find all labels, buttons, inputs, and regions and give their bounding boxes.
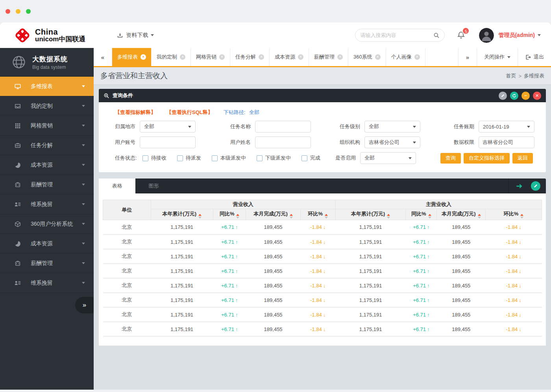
sort-icon[interactable] [520,214,523,219]
checkbox-icon[interactable] [177,155,183,161]
value-cell: 189,455 [437,307,486,322]
tabs-scroll-left-button[interactable]: « [94,48,112,66]
pin-view-button[interactable] [531,181,540,191]
sort-icon[interactable] [428,214,431,219]
column-header[interactable]: 本月完成(万元) [437,209,486,220]
sidebar-item[interactable]: 薪酬管理 [0,254,94,273]
window-close-button[interactable] [6,9,10,14]
column-header[interactable]: 本年累计(万元) [151,209,213,220]
status-checkbox[interactable]: 待接收 [142,155,166,162]
column-header[interactable]: 同比% [213,209,246,220]
sidebar-item[interactable]: 维系挽留 [0,195,94,214]
tab-item[interactable]: 我的定制✕ [152,48,191,66]
checkbox-icon[interactable] [212,155,218,161]
sort-icon[interactable] [290,214,293,219]
user-account-input[interactable] [140,136,196,148]
sidebar-item[interactable]: 多维报表 [0,77,94,96]
query-button[interactable]: 查询 [440,153,461,164]
sidebar-item[interactable]: 成本资源 [0,234,94,254]
close-operations-menu[interactable]: 关闭操作 [477,48,518,66]
region-select[interactable]: 全部 [140,121,196,133]
cell-value: 189,455 [264,326,283,332]
collapse-panel-button[interactable]: − [521,92,530,100]
sort-icon[interactable] [325,214,328,219]
refresh-button[interactable] [510,92,518,100]
window-minimize-button[interactable] [16,9,20,14]
sort-icon[interactable] [387,214,390,219]
sidebar-item[interactable]: 薪酬管理 [0,175,94,195]
tab-item[interactable]: 成本资源✕ [270,48,309,66]
status-checkbox[interactable]: 下级派发中 [257,155,291,162]
drill-path-value[interactable]: 全部 [249,109,259,115]
sidebar-collapse-button[interactable]: » [75,297,94,313]
tab-item[interactable]: 个人画像✕ [386,48,425,66]
view-strip-tools [508,179,546,193]
tab-close-icon[interactable]: ✕ [375,54,381,60]
sidebar-item[interactable]: 360用户分析系统 [0,214,94,234]
pin-button[interactable] [499,92,507,100]
breadcrumb-home[interactable]: 首页 [506,72,516,79]
value-cell: +6.71↑ [213,264,246,278]
user-menu[interactable]: 管理员(admin) [498,32,541,39]
tab-close-icon[interactable]: ✕ [180,54,185,60]
sidebar-item[interactable]: 网格营销 [0,116,94,136]
tab-item[interactable]: 多维报表✕ [112,48,152,66]
task-level-select[interactable]: 全部 [364,121,420,133]
sort-icon[interactable] [198,214,202,219]
org-select[interactable]: 吉林省分公司 [364,136,420,148]
tab-close-icon[interactable]: ✕ [259,54,264,60]
export-arrow-icon[interactable] [516,182,531,190]
sidebar-item[interactable]: 我的定制 [0,96,94,116]
status-checkbox[interactable]: 待派发 [177,155,201,162]
tab-close-icon[interactable]: ✕ [337,54,343,60]
data-perm-input[interactable] [479,136,534,148]
status-checkbox[interactable]: 本级派发中 [212,155,246,162]
view-sql-link[interactable]: 【查看执行SQL释】 [166,109,213,116]
trend-up-icon: ↑ [235,224,238,230]
sidebar-item[interactable]: 成本资源 [0,155,94,175]
column-header[interactable]: 本月完成(万元) [246,209,300,220]
tab-item[interactable]: 网格营销✕ [191,48,230,66]
notifications-button[interactable]: 5 [457,31,466,40]
search-box[interactable] [355,29,445,42]
tab-item[interactable]: 360系统✕ [348,48,386,66]
column-header[interactable]: 同比% [406,209,437,220]
sort-icon[interactable] [478,214,481,219]
sort-icon[interactable] [236,214,239,219]
sidebar-item-label: 维系挽留 [31,201,82,208]
avatar[interactable] [479,28,494,43]
column-header[interactable]: 环比% [300,209,335,220]
search-input[interactable] [360,32,433,38]
user-name-input[interactable] [255,136,311,148]
download-menu[interactable]: 资料下载 [117,32,154,39]
tab-close-icon[interactable]: ✕ [219,54,225,60]
sidebar-item[interactable]: 任务分解 [0,136,94,155]
value-cell: +6.71↑ [406,278,437,293]
tab-item[interactable]: 薪酬管理✕ [309,48,348,66]
tab-close-icon[interactable]: ✕ [141,54,146,60]
tab-item[interactable]: 任务分解✕ [230,48,270,66]
column-header[interactable]: 环比% [486,209,542,220]
value-cell: +6.71↑ [406,264,437,278]
tab-close-icon[interactable]: ✕ [298,54,303,60]
task-name-input[interactable] [255,121,311,133]
tab-chart-view[interactable]: 图形 [135,179,172,193]
tabs-scroll-right-button[interactable]: » [458,48,477,66]
column-header[interactable]: 本年累计(万元) [335,209,405,220]
checkbox-icon[interactable] [142,155,148,161]
tab-table-view[interactable]: 表格 [99,179,135,193]
search-icon[interactable] [433,32,440,39]
window-maximize-button[interactable] [26,9,31,14]
status-checkbox[interactable]: 完成 [301,155,320,162]
sidebar-item[interactable]: 维系挽留 [0,273,94,293]
view-indicator-link[interactable]: 【查看指标解释】 [115,109,156,116]
checkbox-icon[interactable] [257,155,263,161]
close-panel-button[interactable]: ✕ [533,92,541,100]
tab-close-icon[interactable]: ✕ [414,54,420,60]
enabled-select[interactable]: 全部 [360,152,416,164]
back-button[interactable]: 返回 [512,153,533,164]
exit-button[interactable]: 退出 [518,48,551,66]
custom-indicator-button[interactable]: 自定义指标选择 [464,153,510,164]
task-period-select[interactable]: 2016-01-19 [479,121,534,133]
checkbox-icon[interactable] [301,155,307,161]
